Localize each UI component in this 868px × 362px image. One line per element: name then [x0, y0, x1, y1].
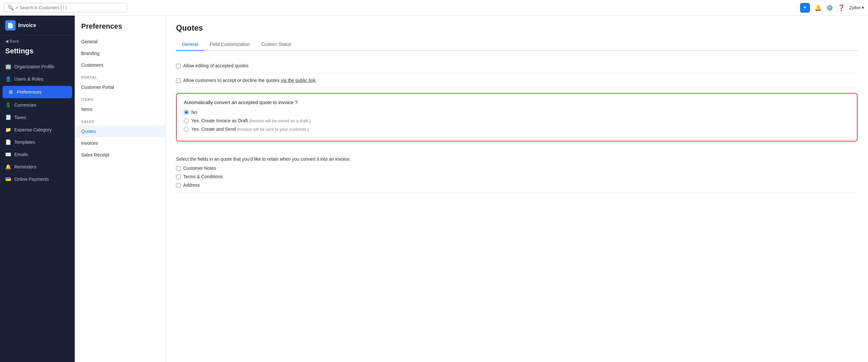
radio-draft-hint: (Invoice will be saved as a draft.) [249, 118, 311, 123]
radio-no[interactable] [184, 110, 189, 115]
sidebar-item-label: Emails [14, 152, 28, 157]
sidebar-item-label: Currencies [14, 103, 36, 108]
help-icon[interactable]: ❓ [838, 4, 845, 11]
radio-no-label: No [191, 110, 197, 115]
tab-field-customization[interactable]: Field Customization [204, 39, 256, 51]
customer-notes-label: Customer Notes [183, 166, 216, 171]
emails-icon: ✉️ [5, 151, 11, 158]
search-input[interactable] [20, 5, 124, 10]
notifications-icon[interactable]: 🔔 [814, 4, 822, 11]
sidebar-item-expense-category[interactable]: 📁 Expense Category [0, 123, 75, 136]
sidebar-item-label: Reminders [14, 164, 36, 169]
allow-editing-checkbox[interactable] [176, 64, 181, 68]
sidebar-item-currencies[interactable]: 💲 Currencies [0, 99, 75, 111]
search-icon: 🔍 [7, 4, 14, 11]
search-bar[interactable]: 🔍 ▾ [4, 3, 127, 12]
section-allow-editing: Allow editing of accepted quotes [176, 59, 858, 73]
sidebar-item-emails[interactable]: ✉️ Emails [0, 148, 75, 161]
radio-send-row: Yes. Create and Send (Invoice will be se… [184, 127, 850, 132]
preferences-title: Preferences [75, 16, 165, 36]
sidebar-item-users-roles[interactable]: 👤 Users & Roles [0, 73, 75, 85]
sidebar-nav: 🏢 Organization Profile 👤 Users & Roles ⊞… [0, 59, 75, 362]
radio-draft-label: Yes. Create Invoice as Draft (Invoice wi… [191, 118, 311, 123]
payments-icon: 💳 [5, 176, 11, 182]
sidebar-item-templates[interactable]: 📄 Templates [0, 136, 75, 148]
sidebar-item-label: Users & Roles [14, 77, 43, 82]
section-allow-customers: Allow customers to accept or decline the… [176, 73, 858, 88]
user-menu[interactable]: Zylker ▾ [849, 5, 864, 10]
allow-customers-label: Allow customers to accept or decline the… [183, 78, 315, 83]
topbar: 🔍 ▾ + 🔔 ⚙️ ❓ Zylker ▾ [0, 0, 868, 16]
address-label: Address [183, 183, 200, 188]
tab-custom-status[interactable]: Custom Status [256, 39, 297, 51]
sidebar-item-label: Organization Profile [14, 64, 54, 69]
settings-title: Settings [0, 47, 75, 59]
allow-editing-label: Allow editing of accepted quotes [183, 63, 249, 68]
allow-customers-row: Allow customers to accept or decline the… [176, 78, 858, 83]
user-name: Zylker [849, 5, 861, 10]
allow-customers-checkbox[interactable] [176, 78, 181, 83]
user-caret-icon: ▾ [862, 5, 864, 10]
retain-title: Select the fields in an quote that you'd… [176, 157, 858, 162]
sidebar-item-label: Expense Category [14, 127, 52, 132]
sidebar-item-label: Preferences [17, 89, 41, 95]
menu-item-customers[interactable]: Customers [75, 59, 165, 71]
app-name: Invoice [18, 23, 36, 28]
logo-icon: 📄 [5, 20, 16, 31]
address-checkbox[interactable] [176, 183, 181, 188]
radio-draft-row: Yes. Create Invoice as Draft (Invoice wi… [184, 118, 850, 123]
radio-send-label: Yes. Create and Send (Invoice will be se… [191, 127, 309, 132]
main-content: Quotes General Field Customization Custo… [166, 16, 868, 362]
sidebar-item-online-payments[interactable]: 💳 Online Payments [0, 173, 75, 186]
page-title: Quotes [176, 23, 858, 32]
radio-send[interactable] [184, 127, 189, 132]
app-logo: 📄 Invoice [0, 16, 75, 35]
templates-icon: 📄 [5, 139, 11, 145]
expense-icon: 📁 [5, 127, 11, 133]
customer-notes-checkbox[interactable] [176, 166, 181, 171]
tabs: General Field Customization Custom Statu… [176, 39, 858, 51]
currencies-icon: 💲 [5, 102, 11, 108]
terms-conditions-checkbox[interactable] [176, 175, 181, 179]
allow-editing-row: Allow editing of accepted quotes [176, 63, 858, 68]
portal-section-label: PORTAL [75, 71, 165, 81]
radio-send-hint: (Invoice will be sent to your customer.) [237, 127, 309, 132]
search-dropdown-icon[interactable]: ▾ [16, 5, 18, 10]
users-roles-icon: 👤 [5, 76, 11, 82]
menu-item-quotes[interactable]: Quotes [75, 126, 165, 137]
customer-notes-row: Customer Notes [176, 166, 858, 171]
terms-conditions-label: Terms & Conditions [183, 174, 222, 179]
topbar-right: + 🔔 ⚙️ ❓ Zylker ▾ [800, 3, 864, 13]
sales-section-label: SALES [75, 115, 165, 126]
tab-general[interactable]: General [176, 39, 204, 51]
menu-item-branding[interactable]: Branding [75, 48, 165, 59]
sidebar-item-label: Taxes [14, 115, 26, 120]
middle-panel: Preferences General Branding Customers P… [75, 16, 166, 362]
settings-icon[interactable]: ⚙️ [826, 4, 833, 11]
radio-no-row: No [184, 110, 850, 115]
auto-convert-title: Automatically convert an accepted quote … [184, 100, 850, 105]
items-section-label: ITEMS [75, 93, 165, 104]
address-row: Address [176, 183, 858, 188]
reminders-icon: 🔔 [5, 164, 11, 170]
sidebar: 📄 Invoice ◀ Back Settings 🏢 Organization… [0, 16, 75, 362]
sidebar-item-preferences[interactable]: ⊞ Preferences [3, 86, 72, 98]
menu-item-sales-receipt[interactable]: Sales Receipt [75, 149, 165, 161]
org-profile-icon: 🏢 [5, 64, 11, 69]
terms-conditions-row: Terms & Conditions [176, 174, 858, 179]
auto-convert-box: Automatically convert an accepted quote … [176, 93, 858, 141]
menu-item-invoices[interactable]: Invoices [75, 137, 165, 149]
menu-item-customer-portal[interactable]: Customer Portal [75, 81, 165, 93]
sidebar-item-organization-profile[interactable]: 🏢 Organization Profile [0, 60, 75, 73]
radio-draft[interactable] [184, 118, 189, 123]
sidebar-item-taxes[interactable]: 🧾 Taxes [0, 111, 75, 123]
menu-item-items[interactable]: Items [75, 104, 165, 115]
preferences-icon: ⊞ [8, 89, 13, 95]
retain-section: Select the fields in an quote that you'd… [176, 147, 858, 193]
sidebar-item-reminders[interactable]: 🔔 Reminders [0, 161, 75, 173]
back-button[interactable]: ◀ Back [0, 35, 75, 47]
add-button[interactable]: + [800, 3, 810, 13]
sidebar-item-label: Online Payments [14, 176, 49, 182]
menu-item-general[interactable]: General [75, 36, 165, 48]
sidebar-item-label: Templates [14, 140, 35, 145]
